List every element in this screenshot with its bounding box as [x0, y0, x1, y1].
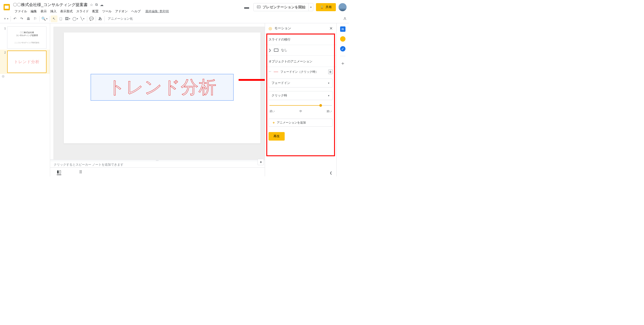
speed-mid-label: 中 — [300, 109, 302, 113]
notes-resize-handle[interactable] — [50, 160, 265, 161]
effect-select-value: フェードイン — [272, 81, 290, 85]
menu-insert[interactable]: 挿入 — [49, 9, 58, 14]
close-icon[interactable]: ✕ — [330, 26, 333, 31]
menu-help[interactable]: ヘルプ — [130, 9, 142, 14]
motion-panel: ◎ モーション ✕ スライドの移行 ❯ なし オブジェクトのアニメーション ﹀ … — [265, 23, 336, 176]
share-label: 共有 — [326, 5, 332, 9]
animation-indicator-icon: ◎ — [2, 74, 4, 78]
object-anim-section-label: オブジェクトのアニメーション — [265, 56, 336, 67]
dropdown-icon: ▼ — [328, 82, 330, 84]
textbox-tool[interactable]: ⎕ — [58, 16, 64, 22]
select-tool[interactable]: ↖ — [51, 16, 58, 22]
animation-item-label: フェードイン（クリック時） — [280, 70, 318, 74]
transition-value: なし — [281, 48, 287, 52]
image-tool[interactable]: 🖼▼ — [64, 16, 72, 22]
motion-icon: ◎ — [268, 26, 272, 31]
menu-arrange[interactable]: 配置 — [91, 9, 100, 14]
present-icon — [257, 5, 261, 9]
present-button[interactable]: プレゼンテーションを開始 — [254, 3, 308, 11]
canvas-area[interactable]: トレンド分析 — [54, 27, 265, 159]
speed-slow-label: 遅い — [270, 109, 275, 113]
transition-section-label: スライドの移行 — [265, 34, 336, 45]
dropdown-icon: ▼ — [328, 95, 330, 97]
plus-icon: ＋ — [272, 120, 276, 125]
share-button[interactable]: 🔒 共有 — [316, 3, 336, 11]
hide-menus-icon[interactable]: ᐱ — [344, 17, 346, 21]
menu-bar: ファイル 編集 表示 挿入 表示形式 スライド 配置 ツール アドオン ヘルプ … — [13, 9, 242, 14]
side-rail: 31 ✓ ＋ — [336, 23, 349, 176]
speed-fast-label: 速い — [326, 109, 332, 113]
calendar-icon[interactable]: 31 — [340, 27, 346, 32]
slide-thumbnail-2[interactable]: トレンド分析 — [7, 51, 46, 73]
menu-view[interactable]: 表示 — [39, 9, 48, 14]
chevron-down-icon: ﹀ — [268, 70, 272, 74]
redo-button[interactable]: ↷ — [18, 16, 25, 22]
object-swatch — [274, 71, 278, 72]
move-icon[interactable]: ⧉ — [95, 3, 98, 7]
delete-icon[interactable]: 🗑 — [328, 70, 333, 74]
shape-tool[interactable]: ◯▼ — [72, 16, 80, 22]
play-button[interactable]: 再生 — [268, 132, 285, 141]
comment-tool[interactable]: 💬 — [88, 16, 95, 22]
slide-canvas[interactable]: トレンド分析 — [64, 33, 260, 143]
line-tool[interactable]: ╲▼ — [80, 16, 86, 22]
slide-icon — [274, 49, 278, 52]
star-icon[interactable]: ☆ — [90, 3, 93, 7]
account-avatar[interactable] — [338, 3, 346, 11]
trigger-select-value: クリック時 — [272, 94, 287, 98]
filmstrip-view-button[interactable]: ▮▯ — [57, 169, 61, 175]
menu-format[interactable]: 表示形式 — [58, 9, 74, 14]
toolbar: ＋▼ ↶ ↷ 🖶 ⚐ 🔍▼ ↖ ⎕ 🖼▼ ◯▼ ╲▼ 💬 あ アニメーション化 … — [0, 14, 349, 23]
thumb-number: 1 — [2, 27, 7, 49]
menu-slide[interactable]: スライド — [75, 9, 90, 14]
slide-panel: 1 〇〇株式会社様コンサルティング提案書 △△コンサルティング株式会社 2 ◎ … — [0, 23, 50, 176]
add-animation-label: アニメーションを追加 — [277, 121, 306, 125]
menu-addons[interactable]: アドオン — [114, 9, 129, 14]
add-addon-icon[interactable]: ＋ — [340, 61, 346, 66]
animation-button[interactable]: アニメーション化 — [106, 17, 135, 21]
menu-edit[interactable]: 編集 — [29, 9, 38, 14]
print-button[interactable]: 🖶 — [25, 16, 32, 22]
thumb-number: 2 — [2, 51, 7, 73]
slide-thumbnail-1[interactable]: 〇〇株式会社様コンサルティング提案書 △△コンサルティング株式会社 — [7, 27, 46, 49]
chevron-right-icon: ❯ — [268, 48, 271, 52]
tasks-icon[interactable]: ✓ — [340, 46, 346, 52]
motion-panel-title: モーション — [274, 26, 327, 31]
animation-item-row[interactable]: ﹀ フェードイン（クリック時） 🗑 — [265, 67, 336, 77]
play-label: 再生 — [274, 134, 280, 138]
undo-button[interactable]: ↶ — [12, 16, 18, 22]
menu-file[interactable]: ファイル — [13, 9, 28, 14]
new-slide-button[interactable]: ＋▼ — [2, 16, 10, 22]
lock-icon: 🔒 — [320, 5, 324, 9]
add-animation-button[interactable]: ＋ アニメーションを追加 — [268, 119, 333, 127]
comments-icon[interactable]: ▬ — [242, 3, 251, 11]
present-label: プレゼンテーションを開始 — [262, 5, 306, 10]
paint-format-button[interactable]: ⚐ — [32, 16, 38, 22]
zoom-button[interactable]: 🔍▼ — [40, 16, 49, 22]
transition-row[interactable]: ❯ なし — [265, 45, 336, 56]
explore-button[interactable]: ✦ — [258, 159, 264, 165]
menu-tools[interactable]: ツール — [100, 9, 113, 14]
document-title[interactable]: 〇〇株式会社様_コンサルティング提案書 — [13, 2, 88, 8]
last-edit-link[interactable]: 最終編集: 数秒前 — [145, 10, 169, 14]
grid-view-button[interactable]: ⠿ — [79, 170, 82, 175]
effect-select[interactable]: フェードイン ▼ — [268, 79, 333, 88]
input-mode-button[interactable]: あ — [97, 16, 104, 22]
expand-panel-icon[interactable]: ❮ — [330, 171, 332, 175]
keep-icon[interactable] — [340, 36, 346, 42]
horizontal-ruler — [54, 23, 265, 27]
vertical-ruler — [50, 27, 54, 159]
present-dropdown[interactable]: ▼ — [308, 3, 313, 11]
slider-thumb[interactable] — [319, 104, 322, 107]
wordart-text: トレンド分析 — [108, 76, 217, 99]
wordart-selection[interactable]: トレンド分析 — [90, 74, 234, 101]
trigger-select[interactable]: クリック時 ▼ — [268, 91, 333, 100]
speed-slider[interactable] — [270, 104, 332, 107]
app-logo[interactable] — [2, 3, 11, 12]
cloud-icon[interactable]: ☁ — [100, 3, 104, 7]
